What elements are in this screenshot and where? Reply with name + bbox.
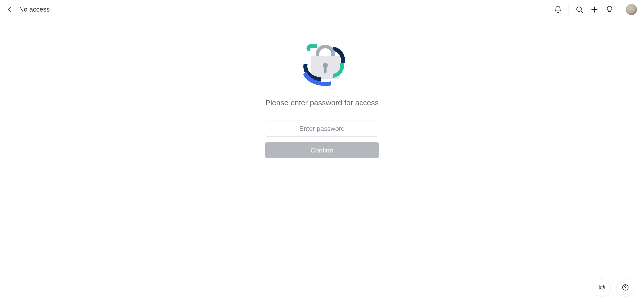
svg-rect-6 [324,66,327,73]
password-input[interactable] [265,121,379,137]
feedback-button[interactable] [593,278,611,296]
svg-line-1 [581,11,582,12]
svg-point-9 [625,289,626,289]
divider [569,4,569,15]
divider [620,4,620,15]
search-button[interactable] [574,5,584,15]
help-icon [622,284,629,291]
topbar-right [553,4,637,15]
floating-actions [593,278,634,296]
help-button[interactable] [616,278,634,296]
search-icon [575,6,583,14]
topbar-left: No access [5,5,50,14]
avatar[interactable] [626,4,637,15]
back-button[interactable] [5,5,14,14]
tips-button[interactable] [605,5,615,15]
chat-feedback-icon [598,284,606,291]
confirm-button[interactable]: Confirm [265,142,379,158]
bell-icon [554,6,562,14]
page-title: No access [19,6,50,13]
chevron-left-icon [5,5,14,14]
password-prompt: Please enter password for access [265,98,379,107]
lock-illustration [293,37,351,89]
plus-icon [590,6,598,14]
notifications-button[interactable] [553,5,563,15]
topbar: No access [0,0,644,19]
lightbulb-icon [606,6,614,14]
create-button[interactable] [589,5,599,15]
main-content: Please enter password for access Confirm [0,19,644,158]
